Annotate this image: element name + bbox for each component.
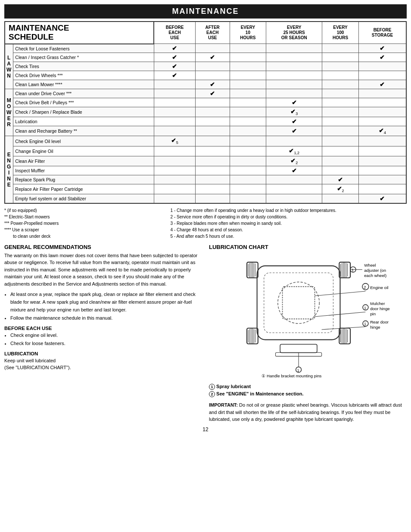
important-label: IMPORTANT: bbox=[209, 402, 238, 408]
check-cell: ✔ bbox=[266, 117, 322, 126]
check-cell bbox=[322, 107, 359, 117]
check-cell bbox=[230, 136, 266, 146]
task-cell: Check for Loose Fasteners bbox=[13, 44, 154, 53]
task-cell: Check Drive Belt / Pulleys *** bbox=[13, 98, 154, 107]
check-cell bbox=[322, 146, 359, 156]
svg-text:1: 1 bbox=[297, 368, 299, 372]
check-cell bbox=[322, 44, 359, 53]
check-cell: ✔2 bbox=[266, 156, 322, 166]
task-cell: Clean Air Filter bbox=[13, 156, 154, 166]
svg-text:adjuster (on: adjuster (on bbox=[364, 268, 386, 273]
check-cell bbox=[322, 126, 359, 136]
table-row: Clean and Recharge Battery **✔✔4 bbox=[5, 126, 406, 136]
check-cell bbox=[358, 107, 406, 117]
check-cell bbox=[195, 117, 230, 126]
svg-text:1: 1 bbox=[364, 306, 366, 310]
svg-text:hinge: hinge bbox=[370, 325, 380, 330]
svg-text:each wheel): each wheel) bbox=[364, 273, 386, 278]
check-cell bbox=[195, 156, 230, 166]
check-cell bbox=[154, 117, 195, 126]
check-cell: ✔ bbox=[195, 53, 230, 62]
check-cell bbox=[358, 89, 406, 98]
lub-legend-1: 1 Spray lubricant bbox=[209, 383, 407, 391]
check-cell bbox=[195, 62, 230, 71]
important-body: Do not oil or grease plastic wheel beari… bbox=[209, 402, 402, 422]
check-cell bbox=[154, 194, 195, 203]
table-row: MOWERClean under Drive Cover ***✔ bbox=[5, 89, 406, 98]
col-header-every25: EVERY25 HOURSOR SEASON bbox=[266, 22, 322, 44]
task-cell: Clean / Inspect Grass Catcher * bbox=[13, 53, 154, 62]
maintenance-schedule-table: MAINTENANCE SCHEDULE BEFOREEACHUSE AFTER… bbox=[4, 21, 407, 204]
fn-asterisk1: * (if so equipped) bbox=[4, 207, 162, 214]
check-cell bbox=[266, 136, 322, 146]
schedule-title-cell: MAINTENANCE SCHEDULE bbox=[5, 22, 154, 44]
schedule-title-line1: MAINTENANCE bbox=[9, 24, 150, 33]
table-row: Lubrication✔ bbox=[5, 117, 406, 126]
table-row: Replace Air Filter Paper Cartridge✔2 bbox=[5, 184, 406, 194]
footnotes-section: * (if so equipped) ** Electric-Start mow… bbox=[4, 207, 407, 240]
col-header-before-storage: BEFORESTORAGE bbox=[358, 22, 406, 44]
check-cell: ✔1,2 bbox=[266, 146, 322, 156]
check-cell bbox=[195, 194, 230, 203]
check-cell bbox=[195, 126, 230, 136]
check-cell bbox=[195, 107, 230, 117]
svg-text:Mulcher: Mulcher bbox=[370, 301, 385, 306]
check-cell bbox=[230, 126, 266, 136]
task-cell: Check Engine Oil level bbox=[13, 136, 154, 146]
check-cell bbox=[230, 107, 266, 117]
svg-text:pin: pin bbox=[370, 311, 376, 316]
fn-note1: 1 - Change more often if operating under… bbox=[171, 207, 407, 214]
check-cell: ✔ bbox=[266, 126, 322, 136]
table-row: Clean / Inspect Grass Catcher *✔✔✔ bbox=[5, 53, 406, 62]
check-cell: ✔ bbox=[154, 62, 195, 71]
check-cell bbox=[195, 146, 230, 156]
fn-note5: 5 - And after each 5 hours of use. bbox=[171, 233, 407, 240]
check-cell bbox=[230, 156, 266, 166]
task-cell: Lubrication bbox=[13, 117, 154, 126]
check-cell bbox=[195, 136, 230, 146]
important-section: IMPORTANT: Do not oil or grease plastic … bbox=[209, 401, 407, 423]
check-cell bbox=[154, 184, 195, 194]
check-cell bbox=[322, 98, 359, 107]
lubrication-title: LUBRICATION bbox=[4, 351, 202, 356]
check-cell bbox=[322, 194, 359, 203]
right-column: LUBRICATION CHART bbox=[209, 244, 407, 423]
bullet-2: Follow the maintenance schedule in this … bbox=[10, 314, 202, 322]
check-cell bbox=[230, 98, 266, 107]
check-cell bbox=[266, 44, 322, 53]
before-each-use-bullets: Check engine oil level. Check for loose … bbox=[10, 332, 202, 348]
table-row: Check Drive Belt / Pulleys ***✔ bbox=[5, 98, 406, 107]
lub-chart-title: LUBRICATION CHART bbox=[209, 244, 407, 250]
fn-asterisk4b: to clean under deck bbox=[4, 233, 162, 240]
check-cell bbox=[358, 136, 406, 146]
check-cell bbox=[230, 194, 266, 203]
task-cell: Change Engine Oil bbox=[13, 146, 154, 156]
check-cell: ✔ bbox=[266, 98, 322, 107]
table-row: Clean Lawn Mower ****✔✔ bbox=[5, 80, 406, 89]
check-cell: ✔ bbox=[358, 53, 406, 62]
fn-asterisk2: ** Electric-Start mowers bbox=[4, 214, 162, 220]
check-cell bbox=[195, 166, 230, 175]
check-cell bbox=[266, 71, 322, 80]
check-cell: ✔4 bbox=[358, 126, 406, 136]
col-header-after-each: AFTEREACHUSE bbox=[195, 22, 230, 44]
bottom-section: GENERAL RECOMMENDATIONS The warranty on … bbox=[4, 244, 407, 423]
before-each-use-title: BEFORE EACH USE bbox=[4, 326, 202, 331]
check-cell: ✔ bbox=[322, 175, 359, 184]
page-main-title: MAINTENANCE bbox=[4, 4, 407, 19]
check-cell bbox=[195, 184, 230, 194]
check-cell bbox=[266, 53, 322, 62]
check-cell bbox=[266, 89, 322, 98]
svg-text:Wheel: Wheel bbox=[364, 263, 376, 268]
table-row: Inspect Muffler✔ bbox=[5, 166, 406, 175]
check-cell bbox=[358, 62, 406, 71]
lub-legend-2: 2 See "ENGINE" in Maintenance section. bbox=[209, 390, 407, 398]
lub-legend: 1 Spray lubricant 2 See "ENGINE" in Main… bbox=[209, 383, 407, 398]
section-label-LAWN: LAWN bbox=[5, 44, 13, 89]
check-cell: ✔3 bbox=[266, 107, 322, 117]
check-cell bbox=[358, 175, 406, 184]
task-cell: Empty fuel system or add Stabilizer bbox=[13, 194, 154, 203]
svg-text:door hinge: door hinge bbox=[370, 306, 390, 311]
check-cell bbox=[230, 89, 266, 98]
col-header-before-each: BEFOREEACHUSE bbox=[154, 22, 195, 44]
